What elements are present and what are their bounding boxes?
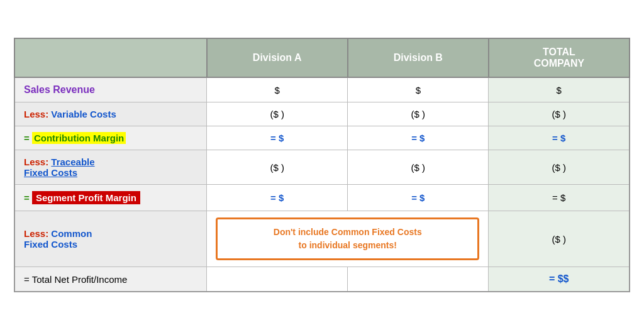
- cell-div-b-net: [348, 267, 489, 292]
- row-traceable-fixed: Less: TraceableFixed Costs ($ ) ($ ) ($ …: [14, 150, 630, 185]
- cell-div-a-sales: $: [207, 77, 348, 102]
- cell-total-cm: = $: [489, 126, 630, 150]
- cell-total-sales: $: [489, 77, 630, 102]
- cell-total-traceable: ($ ): [489, 150, 630, 185]
- row-sales-revenue: Sales Revenue $ $ $: [14, 77, 630, 102]
- cell-total-common: ($ ): [489, 211, 630, 267]
- row-common-fixed: Less: CommonFixed Costs Don't include Co…: [14, 211, 630, 267]
- label-segment-profit: = Segment Profit Margin: [14, 185, 207, 211]
- cell-div-b-variable: ($ ): [348, 102, 489, 126]
- header-total-company: TOTAL COMPANY: [489, 38, 630, 77]
- cell-div-b-sales: $: [348, 77, 489, 102]
- cell-div-a-traceable: ($ ): [207, 150, 348, 185]
- row-contribution-margin: = Contribution Margin = $ = $ = $: [14, 126, 630, 150]
- label-sales-revenue: Sales Revenue: [14, 77, 207, 102]
- cell-div-b-cm: = $: [348, 126, 489, 150]
- cell-div-b-spm: = $: [348, 185, 489, 211]
- label-net-profit: = Total Net Profit/Income: [14, 267, 207, 292]
- label-traceable-fixed: Less: TraceableFixed Costs: [14, 150, 207, 185]
- common-fixed-notice: Don't include Common Fixed Costs to indi…: [216, 217, 479, 260]
- cell-total-spm: = $: [489, 185, 630, 211]
- cell-div-a-spm: = $: [207, 185, 348, 211]
- cell-notice: Don't include Common Fixed Costs to indi…: [207, 211, 489, 267]
- cell-total-variable: ($ ): [489, 102, 630, 126]
- header-division-b: Division B: [348, 38, 489, 77]
- row-variable-costs: Less: Variable Costs ($ ) ($ ) ($ ): [14, 102, 630, 126]
- cell-total-net: = $$: [489, 267, 630, 292]
- label-variable-costs: Less: Variable Costs: [14, 102, 207, 126]
- header-col0: [14, 38, 207, 77]
- segment-margin-table: Division A Division B TOTAL COMPANY Sale…: [14, 38, 630, 292]
- row-segment-profit: = Segment Profit Margin = $ = $ = $: [14, 185, 630, 211]
- cell-div-a-cm: = $: [207, 126, 348, 150]
- label-contribution-margin: = Contribution Margin: [14, 126, 207, 150]
- header-division-a: Division A: [207, 38, 348, 77]
- label-common-fixed: Less: CommonFixed Costs: [14, 211, 207, 267]
- cell-div-a-net: [207, 267, 348, 292]
- cell-div-b-traceable: ($ ): [348, 150, 489, 185]
- cell-div-a-variable: ($ ): [207, 102, 348, 126]
- row-net-profit: = Total Net Profit/Income = $$: [14, 267, 630, 292]
